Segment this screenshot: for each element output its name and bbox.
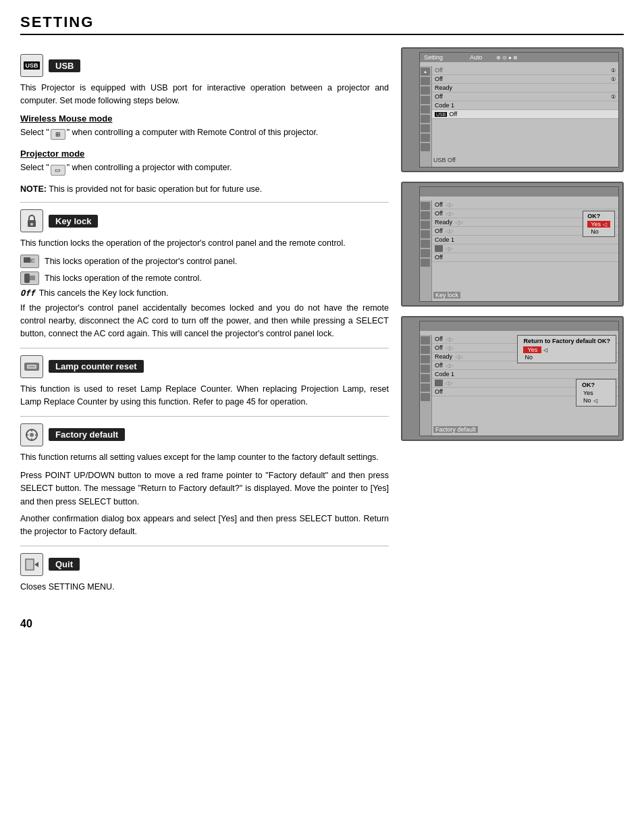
p2-s3 <box>421 221 430 229</box>
p2-item-7: Off <box>432 253 618 262</box>
p3-s7 <box>421 393 430 401</box>
page: SETTING USB USB This Projector is equipp… <box>0 0 644 834</box>
separator-3 <box>20 416 389 417</box>
right-column: Setting Auto ⊕ ⊙ ● ⊗ ▲ <box>401 47 624 598</box>
keylock-icon <box>20 209 43 232</box>
projector-mode-heading: Projector mode <box>20 149 389 159</box>
factory-icon <box>20 423 43 446</box>
keylock-screen-panel: Off◁▷ Off◁▷ OK? Yes ◁ No <box>401 182 624 307</box>
panel3-topbar <box>420 321 618 331</box>
svg-rect-2 <box>24 257 30 263</box>
sidebar-icon-2 <box>421 77 430 85</box>
panel1-item-2: Off ① <box>432 75 618 84</box>
factory-text1: This function returns all setting values… <box>20 451 389 464</box>
p3-ok-title: OK? <box>582 382 610 388</box>
panel3-sidebar <box>420 335 432 436</box>
svg-point-11 <box>30 433 34 437</box>
panel2-topbar <box>420 187 618 197</box>
wireless-mouse-heading: Wireless Mouse mode <box>20 113 389 124</box>
p2-s7 <box>421 259 430 267</box>
separator-1 <box>20 202 389 203</box>
p3-factory-dialog: Return to Factory default OK? Yes ◁ No <box>517 335 616 363</box>
lamp-icon <box>20 355 43 378</box>
p3-ok-dialog: OK? Yes No ◁ <box>576 379 616 407</box>
usb-label: USB <box>49 59 80 72</box>
p2-dialog-ok: OK? <box>587 213 610 219</box>
sidebar-icon-8 <box>421 134 430 142</box>
lamp-text: This function is used to reset Lamp Repl… <box>20 383 389 409</box>
panel1-menu-items: Off ① Off ① Ready Off <box>432 66 618 167</box>
lock-panel-row: This locks operation of the projector's … <box>20 255 389 268</box>
quit-section-heading: Quit <box>20 553 389 576</box>
keylock-off-row: Off This cancels the Key lock function. <box>20 288 389 298</box>
off-label: Off <box>20 288 35 298</box>
usb-section-heading: USB USB <box>20 54 389 77</box>
panel-lock-icon <box>20 255 39 268</box>
projector-mode-icon: ▭ <box>51 165 65 176</box>
p2-s1 <box>421 202 430 210</box>
panel1-auto-label: Auto <box>470 54 483 61</box>
quit-text: Closes SETTING MENU. <box>20 581 389 594</box>
sidebar-icon-4 <box>421 96 430 104</box>
factory-text3: Another confirmation dialog box appears … <box>20 513 389 539</box>
quit-icon <box>20 553 43 576</box>
p3-yes-row: Yes ◁ <box>523 346 610 353</box>
wireless-row: Select " ⊞ " when controlling a computer… <box>20 126 389 143</box>
sidebar-icon-1: ▲ <box>421 68 430 76</box>
p3-ok-no: No ◁ <box>582 397 610 404</box>
panel2-bottom-label: Key lock <box>433 292 460 298</box>
page-number: 40 <box>20 618 624 630</box>
factory-screen-panel: Off◁▷ Off◁▷ Ready◁▷ Off◁▷ <box>401 316 624 441</box>
svg-marker-18 <box>34 562 38 567</box>
remote-lock-icon <box>20 271 39 285</box>
wireless-mode-icon: ⊞ <box>51 129 65 140</box>
lamp-section-heading: Lamp counter reset <box>20 355 389 378</box>
remote-lock-text: This locks operation of the remote contr… <box>45 273 202 283</box>
svg-point-1 <box>30 223 33 226</box>
p3-yes-btn: Yes <box>523 346 541 353</box>
factory-section-heading: Factory default <box>20 423 389 446</box>
sidebar-icon-5 <box>421 105 430 113</box>
panel1-item-4: Off ① <box>432 93 618 101</box>
page-title: SETTING <box>20 14 94 31</box>
p3-item-5: Code 1 <box>432 370 618 379</box>
p3-ok-yes: Yes <box>582 390 610 396</box>
panel1-topbar: Setting Auto ⊕ ⊙ ● ⊗ <box>420 53 618 62</box>
p3-s2 <box>421 346 430 354</box>
panel2-sidebar <box>420 201 432 301</box>
p2-item-6: ◁▷ <box>432 244 618 253</box>
separator-4 <box>20 546 389 546</box>
panel1-item-3: Ready <box>432 84 618 93</box>
lock-remote-row: This locks operation of the remote contr… <box>20 271 389 285</box>
left-column: USB USB This Projector is equipped with … <box>20 47 389 598</box>
svg-point-4 <box>32 259 34 261</box>
p2-s4 <box>421 230 430 238</box>
factory-text2: Press POINT UP/DOWN button to move a red… <box>20 469 389 509</box>
keylock-section-heading: Key lock <box>20 209 389 232</box>
svg-rect-5 <box>24 273 30 283</box>
quit-label: Quit <box>49 558 80 571</box>
p3-return-title: Return to Factory default OK? <box>523 338 610 344</box>
sidebar-icon-3 <box>421 86 430 95</box>
p2-no-btn: No <box>587 228 610 235</box>
p3-s4 <box>421 365 430 373</box>
panel-lock-text: This locks operation of the projector's … <box>45 257 237 266</box>
panel1-item-5: Code 1 <box>432 101 618 110</box>
p2-s5 <box>421 240 430 248</box>
usb-icon: USB <box>20 54 43 77</box>
lamp-label: Lamp counter reset <box>49 360 144 373</box>
panel1-bottom-label: USB Off <box>433 157 456 163</box>
p3-no-btn-1: No <box>523 354 610 361</box>
panel1-icons: ⊕ ⊙ ● ⊗ <box>496 55 518 61</box>
p2-yes-btn: Yes ◁ <box>587 221 610 228</box>
panel1-setting-label: Setting <box>424 54 443 61</box>
panel3-bottom-label: Factory default <box>433 426 478 433</box>
projector-row: Select " ▭ " when controlling a projecto… <box>20 161 389 178</box>
keylock-label: Key lock <box>49 215 98 228</box>
panel3-menu-area: Off◁▷ Off◁▷ Ready◁▷ Off◁▷ <box>432 335 618 436</box>
svg-rect-6 <box>30 276 35 280</box>
p2-dialog: OK? Yes ◁ No <box>583 211 615 237</box>
p2-s2 <box>421 211 430 219</box>
sidebar-icon-7 <box>421 124 430 132</box>
panel2-menu-area: Off◁▷ Off◁▷ OK? Yes ◁ No <box>432 201 618 301</box>
